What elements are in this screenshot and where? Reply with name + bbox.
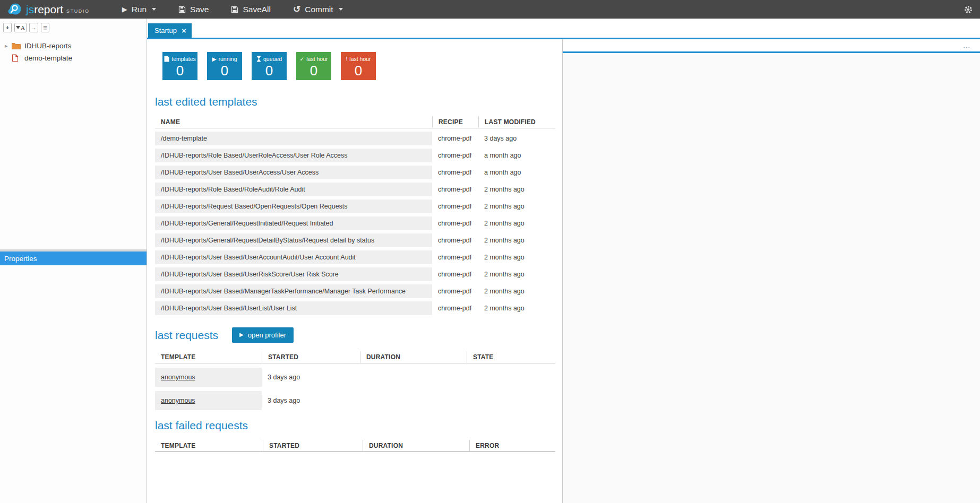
row-value-cell: chrome-pdf <box>432 301 478 315</box>
tree-menu-button[interactable]: ≡ <box>41 23 49 32</box>
last-requests-header: last requests ▶ open profiler <box>155 327 555 343</box>
row-name-cell: anonymous <box>155 368 262 387</box>
close-icon[interactable]: × <box>182 27 186 34</box>
tree-item-demo-template[interactable]: demo-template <box>0 52 147 64</box>
settings-button[interactable] <box>964 5 973 16</box>
column-header: LAST MODIFIED <box>478 116 555 128</box>
table-row[interactable]: /IDHUB-reports/User Based/UserList/User … <box>155 301 555 315</box>
row-name-cell: /IDHUB-reports/User Based/ManagerTaskPer… <box>155 284 432 298</box>
stat-box-failed-last-hour[interactable]: ! last hour 0 <box>341 52 376 80</box>
stat-box-success-last-hour[interactable]: ✓ last hour 0 <box>296 52 331 80</box>
row-value-cell: a month ago <box>478 149 555 162</box>
arrow-right-icon: → <box>31 24 37 31</box>
table-row[interactable]: /IDHUB-reports/Role Based/UserRoleAccess… <box>155 149 555 162</box>
last-requests-table: TEMPLATESTARTEDDURATIONSTATEanonymous3 d… <box>155 351 555 410</box>
table-row[interactable]: /IDHUB-reports/User Based/UserAccountAud… <box>155 250 555 264</box>
template-file-icon <box>12 54 22 62</box>
properties-header[interactable]: Properties <box>0 252 147 265</box>
table-row[interactable]: /IDHUB-reports/User Based/UserAccess/Use… <box>155 166 555 179</box>
table-row[interactable]: /IDHUB-reports/Request Based/OpenRequest… <box>155 200 555 213</box>
floppy-icon <box>231 6 238 13</box>
commit-label: Commit <box>305 5 333 14</box>
column-header: ERROR <box>469 440 555 452</box>
folder-icon <box>12 42 22 49</box>
row-value-cell: 2 months ago <box>478 250 555 264</box>
row-value-cell: 3 days ago <box>262 391 360 410</box>
row-value-cell: chrome-pdf <box>432 233 478 247</box>
content-area: Startup × templates 0 <box>147 19 980 503</box>
table-row[interactable]: anonymous3 days ago <box>155 391 555 410</box>
filter-button[interactable]: A <box>14 23 27 32</box>
last-edited-templates-title: last edited templates <box>155 94 555 109</box>
row-name-cell: /demo-template <box>155 132 432 145</box>
table-row[interactable]: /IDHUB-reports/General/RequestDetailBySt… <box>155 233 555 247</box>
gear-icon <box>964 6 973 15</box>
filter-icon <box>16 26 20 29</box>
row-value-cell: 3 days ago <box>262 368 360 387</box>
preview-pane: ... <box>563 39 980 503</box>
chevron-right-icon[interactable]: ▸ <box>5 42 12 49</box>
table-row[interactable]: anonymous3 days ago <box>155 368 555 387</box>
row-name-cell: /IDHUB-reports/User Based/UserList/User … <box>155 301 432 315</box>
table-row[interactable]: /demo-templatechrome-pdf3 days ago <box>155 132 555 145</box>
saveall-label: SaveAll <box>243 5 271 14</box>
last-edited-templates-table: NAMERECIPELAST MODIFIED/demo-templatechr… <box>155 116 555 315</box>
editor-panes: templates 0 ▶ running 0 <box>147 39 980 503</box>
run-button[interactable]: ▶ Run <box>111 0 167 19</box>
save-button[interactable]: Save <box>167 0 220 19</box>
row-name-cell: /IDHUB-reports/Role Based/UserRoleAccess… <box>155 149 432 162</box>
stat-label: running <box>219 56 237 62</box>
row-value-cell: chrome-pdf <box>432 200 478 213</box>
play-icon: ▶ <box>122 5 127 13</box>
new-entity-button[interactable]: + <box>3 23 12 32</box>
stat-box-queued[interactable]: queued 0 <box>252 52 287 80</box>
tab-bar: Startup × <box>147 19 980 39</box>
open-profiler-button[interactable]: ▶ open profiler <box>232 327 294 343</box>
stat-box-templates[interactable]: templates 0 <box>162 52 197 80</box>
row-value-cell: 2 months ago <box>478 200 555 213</box>
stat-box-running[interactable]: ▶ running 0 <box>207 52 242 80</box>
column-header: TEMPLATE <box>155 440 263 452</box>
collapse-button[interactable]: → <box>29 23 38 32</box>
commit-button[interactable]: ↺ Commit <box>282 0 354 19</box>
top-bar: jsreport STUDIO ▶ Run Save <box>0 0 980 19</box>
row-value-cell <box>360 391 467 410</box>
row-value-cell: chrome-pdf <box>432 284 478 298</box>
tab-label: Startup <box>154 27 177 34</box>
brand-report-text: report <box>34 3 63 16</box>
table-row[interactable]: /IDHUB-reports/Role Based/RoleAudit/Role… <box>155 183 555 196</box>
preview-menu-button[interactable]: ... <box>963 43 970 48</box>
row-value-cell: chrome-pdf <box>432 216 478 230</box>
save-all-button[interactable]: SaveAll <box>220 0 282 19</box>
file-icon <box>164 56 169 62</box>
stats-row: templates 0 ▶ running 0 <box>162 52 555 80</box>
preview-empty-area <box>563 53 980 503</box>
table-row[interactable]: /IDHUB-reports/User Based/ManagerTaskPer… <box>155 284 555 298</box>
row-value-cell: chrome-pdf <box>432 149 478 162</box>
preview-toolbar: ... <box>563 39 980 53</box>
top-menu: ▶ Run Save <box>111 0 354 19</box>
table-row[interactable]: /IDHUB-reports/General/RequestInitiated/… <box>155 216 555 230</box>
tab-startup[interactable]: Startup × <box>148 23 192 38</box>
stat-label: last hour <box>306 56 328 62</box>
stat-label: templates <box>171 56 196 62</box>
stat-label: queued <box>263 56 282 62</box>
row-value-cell: chrome-pdf <box>432 132 478 145</box>
stat-value: 0 <box>176 63 184 79</box>
stat-value: 0 <box>221 63 228 79</box>
table-row[interactable]: /IDHUB-reports/User Based/UserRiskScore/… <box>155 267 555 281</box>
request-template-link[interactable]: anonymous <box>161 374 195 381</box>
tree-item-idhub-reports[interactable]: ▸ IDHUB-reports <box>0 40 147 52</box>
request-template-link[interactable]: anonymous <box>161 397 195 404</box>
stat-value: 0 <box>265 63 273 79</box>
last-failed-requests-table: TEMPLATESTARTEDDURATIONERROR <box>155 440 555 452</box>
play-icon: ▶ <box>212 56 216 62</box>
open-profiler-label: open profiler <box>248 331 286 339</box>
table-header-row: TEMPLATESTARTEDDURATIONERROR <box>155 440 555 452</box>
row-value-cell: 3 days ago <box>478 132 555 145</box>
tree-item-label: IDHUB-reports <box>24 42 72 50</box>
row-value-cell: 2 months ago <box>478 267 555 281</box>
row-name-cell: /IDHUB-reports/General/RequestDetailBySt… <box>155 233 432 247</box>
jsreport-logo[interactable]: jsreport STUDIO <box>7 2 90 16</box>
plus-icon: + <box>6 24 9 31</box>
